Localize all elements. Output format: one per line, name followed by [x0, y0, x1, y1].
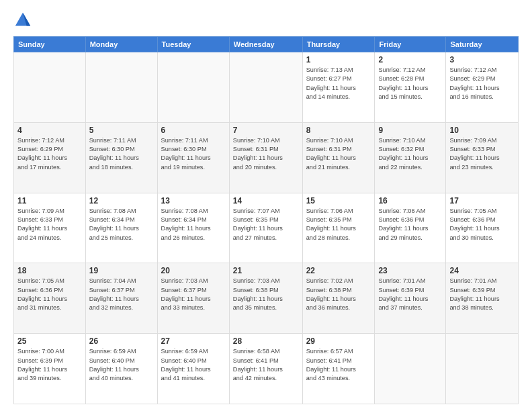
day-info: Sunrise: 7:00 AMSunset: 6:39 PMDaylight:…: [17, 347, 82, 383]
day-info: Sunrise: 7:12 AMSunset: 6:28 PMDaylight:…: [378, 66, 442, 101]
day-info: Sunrise: 7:03 AMSunset: 6:37 PMDaylight:…: [161, 277, 226, 312]
header-cell-saturday: Saturday: [446, 37, 519, 52]
day-number: 10: [449, 126, 515, 135]
header-cell-monday: Monday: [85, 37, 157, 52]
day-info: Sunrise: 6:58 AMSunset: 6:41 PMDaylight:…: [233, 347, 299, 383]
day-cell: 7Sunrise: 7:10 AMSunset: 6:31 PMDaylight…: [229, 122, 302, 193]
day-cell: 12Sunrise: 7:08 AMSunset: 6:34 PMDayligh…: [85, 193, 157, 263]
day-number: 23: [378, 266, 442, 275]
day-number: 22: [306, 266, 371, 275]
day-number: 9: [378, 126, 442, 135]
day-number: 25: [17, 336, 82, 346]
day-info: Sunrise: 7:09 AMSunset: 6:33 PMDaylight:…: [17, 207, 82, 242]
day-number: 29: [306, 336, 371, 346]
day-cell: 16Sunrise: 7:06 AMSunset: 6:36 PMDayligh…: [375, 193, 446, 263]
day-cell: [229, 52, 302, 123]
day-number: 6: [161, 126, 226, 135]
day-number: 13: [161, 196, 226, 205]
day-number: 19: [89, 266, 154, 275]
header: [13, 11, 519, 30]
day-info: Sunrise: 7:11 AMSunset: 6:30 PMDaylight:…: [161, 136, 226, 172]
header-cell-tuesday: Tuesday: [157, 37, 229, 52]
day-number: 21: [233, 266, 299, 275]
day-cell: 21Sunrise: 7:03 AMSunset: 6:38 PMDayligh…: [229, 263, 302, 334]
header-row: SundayMondayTuesdayWednesdayThursdayFrid…: [14, 37, 519, 52]
day-cell: 5Sunrise: 7:11 AMSunset: 6:30 PMDaylight…: [85, 122, 157, 193]
day-cell: 2Sunrise: 7:12 AMSunset: 6:28 PMDaylight…: [375, 52, 446, 123]
day-cell: 9Sunrise: 7:10 AMSunset: 6:32 PMDaylight…: [375, 122, 446, 193]
day-cell: 20Sunrise: 7:03 AMSunset: 6:37 PMDayligh…: [157, 263, 229, 334]
day-cell: 28Sunrise: 6:58 AMSunset: 6:41 PMDayligh…: [229, 334, 302, 404]
day-info: Sunrise: 7:05 AMSunset: 6:36 PMDaylight:…: [449, 207, 515, 242]
day-number: 27: [161, 336, 226, 346]
day-cell: 8Sunrise: 7:10 AMSunset: 6:31 PMDaylight…: [302, 122, 375, 193]
day-number: 3: [449, 55, 515, 64]
calendar-body: 1Sunrise: 7:13 AMSunset: 6:27 PMDaylight…: [14, 52, 519, 404]
day-cell: 13Sunrise: 7:08 AMSunset: 6:34 PMDayligh…: [157, 193, 229, 263]
day-cell: 4Sunrise: 7:12 AMSunset: 6:29 PMDaylight…: [14, 122, 86, 193]
logo: [13, 11, 35, 30]
day-cell: 19Sunrise: 7:04 AMSunset: 6:37 PMDayligh…: [85, 263, 157, 334]
week-row-3: 18Sunrise: 7:05 AMSunset: 6:36 PMDayligh…: [14, 263, 519, 334]
day-cell: 6Sunrise: 7:11 AMSunset: 6:30 PMDaylight…: [157, 122, 229, 193]
day-number: 8: [306, 126, 371, 135]
day-number: 2: [378, 55, 442, 64]
header-cell-wednesday: Wednesday: [229, 37, 302, 52]
day-cell: [14, 52, 86, 123]
day-cell: [375, 334, 446, 404]
day-cell: 25Sunrise: 7:00 AMSunset: 6:39 PMDayligh…: [14, 334, 86, 404]
day-info: Sunrise: 7:08 AMSunset: 6:34 PMDaylight:…: [89, 207, 154, 242]
day-cell: 26Sunrise: 6:59 AMSunset: 6:40 PMDayligh…: [85, 334, 157, 404]
day-cell: 24Sunrise: 7:01 AMSunset: 6:39 PMDayligh…: [446, 263, 519, 334]
day-info: Sunrise: 6:57 AMSunset: 6:41 PMDaylight:…: [306, 347, 371, 383]
day-number: 11: [17, 196, 82, 205]
day-info: Sunrise: 7:07 AMSunset: 6:35 PMDaylight:…: [233, 207, 299, 242]
day-info: Sunrise: 7:09 AMSunset: 6:33 PMDaylight:…: [449, 136, 515, 172]
day-info: Sunrise: 7:12 AMSunset: 6:29 PMDaylight:…: [449, 66, 515, 101]
day-number: 12: [89, 196, 154, 205]
day-cell: [157, 52, 229, 123]
calendar-header: SundayMondayTuesdayWednesdayThursdayFrid…: [14, 37, 519, 52]
week-row-0: 1Sunrise: 7:13 AMSunset: 6:27 PMDaylight…: [14, 52, 519, 123]
day-cell: 14Sunrise: 7:07 AMSunset: 6:35 PMDayligh…: [229, 193, 302, 263]
day-number: 28: [233, 336, 299, 346]
day-number: 7: [233, 126, 299, 135]
day-number: 4: [17, 126, 82, 135]
day-number: 16: [378, 196, 442, 205]
day-number: 1: [306, 55, 371, 64]
day-info: Sunrise: 7:13 AMSunset: 6:27 PMDaylight:…: [306, 66, 371, 101]
week-row-1: 4Sunrise: 7:12 AMSunset: 6:29 PMDaylight…: [14, 122, 519, 193]
day-cell: 10Sunrise: 7:09 AMSunset: 6:33 PMDayligh…: [446, 122, 519, 193]
day-info: Sunrise: 7:10 AMSunset: 6:31 PMDaylight:…: [306, 136, 371, 172]
day-info: Sunrise: 7:12 AMSunset: 6:29 PMDaylight:…: [17, 136, 82, 172]
day-info: Sunrise: 7:01 AMSunset: 6:39 PMDaylight:…: [378, 277, 442, 312]
day-info: Sunrise: 7:08 AMSunset: 6:34 PMDaylight:…: [161, 207, 226, 242]
header-cell-sunday: Sunday: [14, 37, 86, 52]
day-cell: 17Sunrise: 7:05 AMSunset: 6:36 PMDayligh…: [446, 193, 519, 263]
day-cell: 22Sunrise: 7:02 AMSunset: 6:38 PMDayligh…: [302, 263, 375, 334]
day-info: Sunrise: 7:10 AMSunset: 6:31 PMDaylight:…: [233, 136, 299, 172]
day-info: Sunrise: 7:11 AMSunset: 6:30 PMDaylight:…: [89, 136, 154, 172]
logo-icon: [13, 11, 32, 30]
day-info: Sunrise: 7:06 AMSunset: 6:36 PMDaylight:…: [378, 207, 442, 242]
day-cell: 23Sunrise: 7:01 AMSunset: 6:39 PMDayligh…: [375, 263, 446, 334]
day-cell: 18Sunrise: 7:05 AMSunset: 6:36 PMDayligh…: [14, 263, 86, 334]
day-info: Sunrise: 7:05 AMSunset: 6:36 PMDaylight:…: [17, 277, 82, 312]
header-cell-thursday: Thursday: [302, 37, 375, 52]
day-info: Sunrise: 7:10 AMSunset: 6:32 PMDaylight:…: [378, 136, 442, 172]
day-info: Sunrise: 7:01 AMSunset: 6:39 PMDaylight:…: [449, 277, 515, 312]
day-number: 15: [306, 196, 371, 205]
day-cell: 15Sunrise: 7:06 AMSunset: 6:35 PMDayligh…: [302, 193, 375, 263]
day-info: Sunrise: 7:03 AMSunset: 6:38 PMDaylight:…: [233, 277, 299, 312]
day-cell: 11Sunrise: 7:09 AMSunset: 6:33 PMDayligh…: [14, 193, 86, 263]
day-cell: 1Sunrise: 7:13 AMSunset: 6:27 PMDaylight…: [302, 52, 375, 123]
header-cell-friday: Friday: [375, 37, 446, 52]
day-number: 24: [449, 266, 515, 275]
day-cell: 27Sunrise: 6:59 AMSunset: 6:40 PMDayligh…: [157, 334, 229, 404]
day-number: 20: [161, 266, 226, 275]
day-cell: [446, 334, 519, 404]
day-info: Sunrise: 6:59 AMSunset: 6:40 PMDaylight:…: [89, 347, 154, 383]
day-cell: 3Sunrise: 7:12 AMSunset: 6:29 PMDaylight…: [446, 52, 519, 123]
day-info: Sunrise: 7:04 AMSunset: 6:37 PMDaylight:…: [89, 277, 154, 312]
week-row-2: 11Sunrise: 7:09 AMSunset: 6:33 PMDayligh…: [14, 193, 519, 263]
